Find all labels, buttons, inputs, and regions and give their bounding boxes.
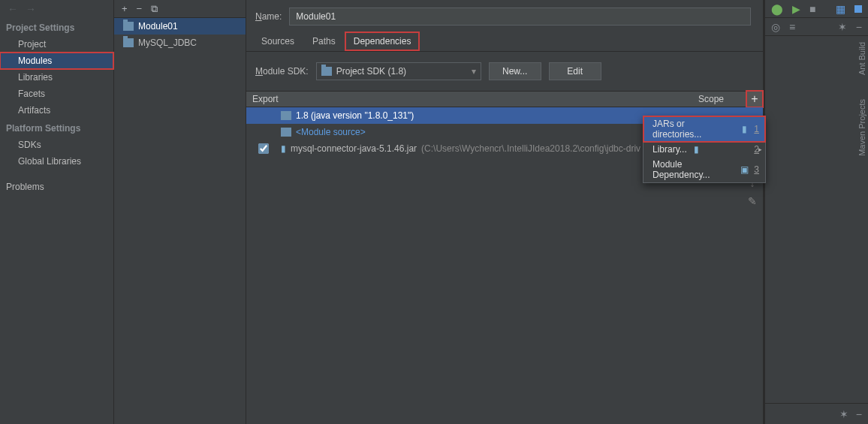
sdk-edit-button[interactable]: Edit xyxy=(549,62,601,80)
sidebar-item-artifacts[interactable]: Artifacts xyxy=(0,102,113,119)
dependency-label: <Module source> xyxy=(296,127,366,137)
target-icon[interactable]: ◎ xyxy=(771,21,780,33)
minimize-icon[interactable]: − xyxy=(856,408,862,420)
add-module-icon[interactable]: + xyxy=(122,3,128,14)
folder-icon xyxy=(123,38,134,47)
gear-icon[interactable]: ✶ xyxy=(839,408,848,420)
tab-sources[interactable]: Sources xyxy=(252,32,303,51)
library-icon: ▮ xyxy=(281,143,286,154)
dependency-path: (C:\Users\Wychencr\.IntelliJIdea2018.2\c… xyxy=(421,143,640,154)
popup-hotkey: 3 xyxy=(754,164,759,175)
back-icon[interactable]: ← xyxy=(8,3,18,15)
submenu-arrow-icon: ▸ xyxy=(758,146,762,153)
module-label: Module01 xyxy=(138,21,178,32)
sdk-new-button[interactable]: New... xyxy=(489,62,541,80)
stop-icon[interactable]: ■ xyxy=(809,3,815,15)
project-settings-sidebar: ← → Project Settings Project Modules Lib… xyxy=(0,0,114,424)
module-icon: ▣ xyxy=(740,164,749,175)
toolwindow-antbuild[interactable]: Ant Build xyxy=(854,39,866,81)
module-name-input[interactable] xyxy=(289,8,751,26)
edit-dependency-icon[interactable]: ✎ xyxy=(745,194,760,209)
filter-icon[interactable]: ≡ xyxy=(789,21,795,33)
sidebar-heading-project: Project Settings xyxy=(0,18,113,36)
sidebar-item-libraries[interactable]: Libraries xyxy=(0,69,113,86)
export-header: Export xyxy=(252,94,673,104)
right-tool-strip: ⬤ ▶ ■ ▦ ◎ ≡ ✶ − Ant Build Maven Projects… xyxy=(763,0,868,424)
module-toolbar: + − ⧉ xyxy=(114,0,246,18)
popup-hotkey: 1 xyxy=(754,124,759,134)
remove-module-icon[interactable]: − xyxy=(137,3,143,14)
forward-icon[interactable]: → xyxy=(26,3,36,15)
popup-item-jars[interactable]: ▮ 1 JARs or directories... xyxy=(643,116,765,142)
add-dependency-popup: ▮ 1 JARs or directories... ▮ 2 Library..… xyxy=(643,116,766,183)
copy-module-icon[interactable]: ⧉ xyxy=(151,3,158,15)
folder-icon xyxy=(281,128,291,137)
sidebar-item-sdks[interactable]: SDKs xyxy=(0,137,113,153)
sidebar-item-global-libraries[interactable]: Global Libraries xyxy=(0,153,113,170)
sidebar-nav-arrows: ← → xyxy=(0,0,113,18)
dependency-label: 1.8 (java version "1.8.0_131") xyxy=(296,110,414,121)
run-icon[interactable]: ▶ xyxy=(792,3,800,15)
module-editor-main: Name: Sources Paths Dependencies Module … xyxy=(246,0,763,424)
folder-icon xyxy=(321,67,332,76)
module-label: MySQL_JDBC xyxy=(138,38,197,48)
window-icon[interactable] xyxy=(854,5,862,13)
module-sdk-label: Module SDK: xyxy=(255,66,309,77)
module-tabs: Sources Paths Dependencies xyxy=(246,32,763,52)
tab-dependencies[interactable]: Dependencies xyxy=(345,32,420,51)
popup-item-library[interactable]: ▮ 2 Library... ▸ xyxy=(643,142,765,157)
sidebar-item-modules[interactable]: Modules xyxy=(0,53,113,69)
sidebar-heading-platform: Platform Settings xyxy=(0,119,113,137)
module-item-module01[interactable]: Module01 xyxy=(114,18,246,35)
toolwindow-maven[interactable]: Maven Projects xyxy=(854,96,866,162)
chevron-down-icon: ▾ xyxy=(472,66,476,77)
module-sdk-combo[interactable]: Project SDK (1.8) ▾ xyxy=(316,62,481,80)
add-dependency-button[interactable]: + xyxy=(746,91,763,107)
bug-icon[interactable]: ⬤ xyxy=(771,3,783,15)
name-field-label: Name: xyxy=(255,11,282,22)
popup-item-module-dep[interactable]: ▣ 3 Module Dependency... xyxy=(643,157,765,182)
module-list-panel: + − ⧉ Module01 MySQL_JDBC xyxy=(114,0,246,424)
popup-label: Library... xyxy=(653,144,687,155)
library-icon: ▮ xyxy=(692,144,702,155)
layout-icon[interactable]: ▦ xyxy=(836,3,845,15)
dependency-label: mysql-connector-java-5.1.46.jar xyxy=(291,143,417,154)
sdk-combo-value: Project SDK (1.8) xyxy=(336,66,406,77)
popup-label: Module Dependency... xyxy=(653,159,735,180)
folder-icon xyxy=(123,22,134,31)
module-item-mysql-jdbc[interactable]: MySQL_JDBC xyxy=(114,35,246,51)
sidebar-item-facets[interactable]: Facets xyxy=(0,86,113,102)
sidebar-item-problems[interactable]: Problems xyxy=(0,179,113,195)
minimize-icon[interactable]: − xyxy=(856,21,862,33)
tab-paths[interactable]: Paths xyxy=(303,32,345,51)
dependencies-header: Export Scope + xyxy=(246,91,763,107)
library-icon: ▮ xyxy=(740,124,750,134)
popup-label: JARs or directories... xyxy=(653,119,735,140)
scope-header: Scope xyxy=(698,94,743,104)
dependency-export-checkbox[interactable] xyxy=(258,143,269,154)
gear-icon[interactable]: ✶ xyxy=(838,21,847,33)
sidebar-item-project[interactable]: Project xyxy=(0,36,113,53)
folder-icon xyxy=(281,111,291,120)
